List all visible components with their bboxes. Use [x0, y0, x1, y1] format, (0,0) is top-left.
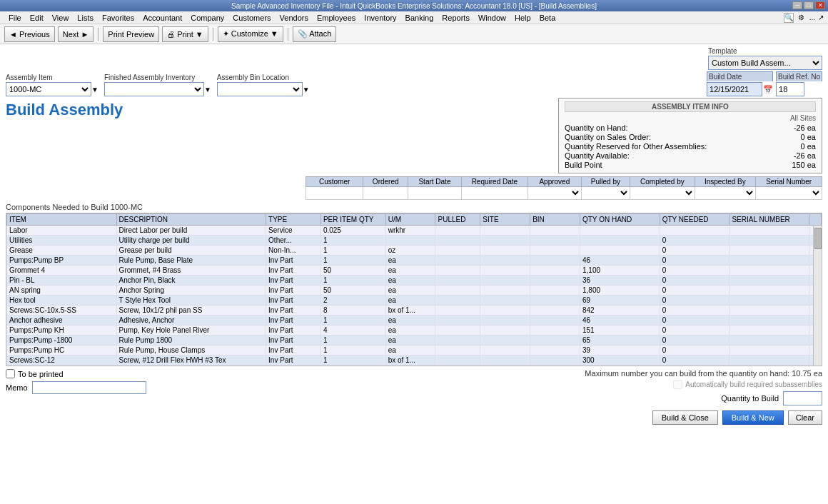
table-row: UtilitiesUtility charge per buildOther..…: [7, 236, 822, 246]
clear-button[interactable]: Clear: [788, 410, 822, 425]
template-select[interactable]: Custom Build Assem...: [708, 56, 822, 70]
menu-file[interactable]: File: [4, 13, 26, 23]
customer-header-inspected-by: Inspected By: [695, 177, 756, 187]
build-point-row: Build Point 150 ea: [565, 161, 816, 169]
menu-customers[interactable]: Customers: [228, 13, 275, 23]
build-and-new-button[interactable]: Build & New: [722, 410, 784, 425]
menu-view[interactable]: View: [48, 13, 74, 23]
print-preview-button[interactable]: Print Preview: [103, 26, 159, 42]
assembly-item-label: Assembly Item: [6, 74, 99, 81]
toolbar: ◄ Previous Next ► Print Preview 🖨 Print …: [0, 24, 828, 44]
qty-to-build-label: Quantity to Build: [721, 394, 779, 403]
close-button[interactable]: ✕: [815, 1, 825, 9]
menu-reports[interactable]: Reports: [438, 13, 474, 23]
search-icon[interactable]: 🔍: [784, 13, 794, 23]
customer-section: Customer Ordered Start Date Required Dat…: [306, 176, 822, 200]
customer-header-ordered: Ordered: [363, 177, 408, 187]
print-button[interactable]: 🖨 Print ▼: [162, 26, 208, 42]
menu-favorites[interactable]: Favorites: [98, 13, 138, 23]
assembly-bin-label: Assembly Bin Location: [217, 74, 310, 81]
qty-to-build-row: Quantity to Build: [721, 391, 822, 405]
action-buttons-row: Build & Close Build & New Clear: [652, 410, 822, 425]
table-row: Pumps:Pump -1800Rule Pump 1800Inv Part1e…: [7, 336, 822, 346]
build-date-group: Build Date 📅: [707, 71, 773, 96]
memo-row: Memo: [6, 381, 146, 394]
finished-assembly-select[interactable]: [104, 82, 204, 96]
build-ref-input[interactable]: [776, 82, 804, 96]
assembly-info-title: ASSEMBLY ITEM INFO: [565, 101, 816, 112]
customer-cell-customer[interactable]: [306, 187, 363, 200]
customer-header-required-date: Required Date: [461, 177, 527, 187]
table-row: LaborDirect Labor per buildService0.025w…: [7, 226, 822, 236]
template-label: Template: [708, 47, 822, 55]
table-row: Screws:SC-10x.5-SSScrew, 10x1/2 phil pan…: [7, 306, 822, 316]
attach-button[interactable]: 📎 Attach: [293, 26, 337, 42]
qty-available-row: Quantity Available: -26 ea: [565, 151, 816, 160]
menu-beta[interactable]: Beta: [535, 13, 560, 23]
customer-cell-completed-by[interactable]: [630, 187, 695, 200]
menu-company[interactable]: Company: [186, 13, 228, 23]
customer-cell-start-date[interactable]: [408, 187, 461, 200]
menu-employees[interactable]: Employees: [313, 13, 360, 23]
build-ref-label: Build Ref. No: [776, 71, 822, 81]
bottom-section: To be printed Memo Maximum number you ca…: [6, 369, 822, 425]
customer-cell-inspected-by[interactable]: [695, 187, 756, 200]
maximize-button[interactable]: □: [804, 1, 814, 9]
col-description: DESCRIPTION: [116, 214, 266, 226]
customer-header-customer: Customer: [306, 177, 363, 187]
table-row: GreaseGrease per buildNon-In...1oz0: [7, 246, 822, 256]
menu-lists[interactable]: Lists: [73, 13, 98, 23]
table-row: Pin - BLAnchor Pin, BlackInv Part1ea360: [7, 276, 822, 286]
customer-header-pulled-by: Pulled by: [581, 177, 630, 187]
customer-header-approved: Approved: [528, 177, 581, 187]
assembly-info-box: ASSEMBLY ITEM INFO All Sites Quantity on…: [558, 98, 822, 173]
col-item: ITEM: [7, 214, 117, 226]
build-and-close-button[interactable]: Build & Close: [652, 410, 718, 425]
customer-cell-pulled-by[interactable]: [581, 187, 630, 200]
calendar-icon[interactable]: 📅: [763, 85, 773, 94]
customer-cell-required-date[interactable]: [461, 187, 527, 200]
assembly-bin-select[interactable]: [217, 82, 303, 96]
menu-vendors[interactable]: Vendors: [276, 13, 313, 23]
finished-assembly-group: Finished Assembly Inventory ▼: [104, 74, 211, 96]
customize-button[interactable]: ✦ Customize ▼: [218, 26, 283, 42]
toolbar-separator-3: [288, 28, 288, 41]
menu-edit[interactable]: Edit: [26, 13, 48, 23]
components-table-container: ITEM DESCRIPTION TYPE PER ITEM QTY U/M P…: [6, 213, 822, 366]
menu-window[interactable]: Window: [474, 13, 510, 23]
menu-banking[interactable]: Banking: [401, 13, 438, 23]
menu-inventory[interactable]: Inventory: [360, 13, 400, 23]
to-print-checkbox[interactable]: [6, 369, 15, 378]
customer-cell-serial-number[interactable]: [756, 187, 822, 200]
customer-cell-approved[interactable]: [528, 187, 581, 200]
auto-build-label: Automatically build required subassembli…: [685, 380, 822, 388]
max-build-text: Maximum number you can build from the qu…: [585, 369, 822, 378]
table-row: Screws:SC-12Screw, #12 Drill Flex HWH #3…: [7, 356, 822, 366]
auto-build-row: Automatically build required subassembli…: [673, 380, 822, 389]
to-print-row: To be printed: [6, 369, 146, 378]
menu-accountant[interactable]: Accountant: [138, 13, 186, 23]
qty-to-build-input[interactable]: [783, 391, 822, 405]
toolbar-separator-1: [98, 28, 99, 41]
table-row: AN springAnchor SpringInv Part50ea1,8000: [7, 286, 822, 296]
next-button[interactable]: Next ►: [58, 26, 94, 42]
table-scrollbar[interactable]: [813, 226, 822, 366]
build-date-input[interactable]: [707, 82, 762, 96]
memo-input[interactable]: [32, 381, 146, 394]
previous-button[interactable]: ◄ Previous: [4, 26, 55, 42]
table-row: Hex toolT Style Hex ToolInv Part2ea690: [7, 296, 822, 306]
settings-icon[interactable]: ⚙: [797, 13, 807, 23]
table-row: Pumps:Pump HCRule Pump, House ClampsInv …: [7, 346, 822, 356]
auto-build-checkbox[interactable]: [673, 380, 682, 389]
col-serial-number: SERIAL NUMBER: [729, 214, 809, 226]
customer-cell-ordered[interactable]: [363, 187, 408, 200]
qty-sales-order-row: Quantity on Sales Order: 0 ea: [565, 133, 816, 141]
build-date-label: Build Date: [707, 71, 773, 81]
qty-reserved-row: Quantity Reserved for Other Assemblies: …: [565, 142, 816, 151]
menu-help[interactable]: Help: [510, 13, 535, 23]
top-form-row: Assembly Item 1000-MC ▼ Finished Assembl…: [6, 47, 822, 96]
assembly-item-select[interactable]: 1000-MC: [6, 82, 91, 96]
col-site: SITE: [480, 214, 530, 226]
customer-header-completed-by: Completed by: [630, 177, 695, 187]
minimize-button[interactable]: ─: [792, 1, 802, 9]
